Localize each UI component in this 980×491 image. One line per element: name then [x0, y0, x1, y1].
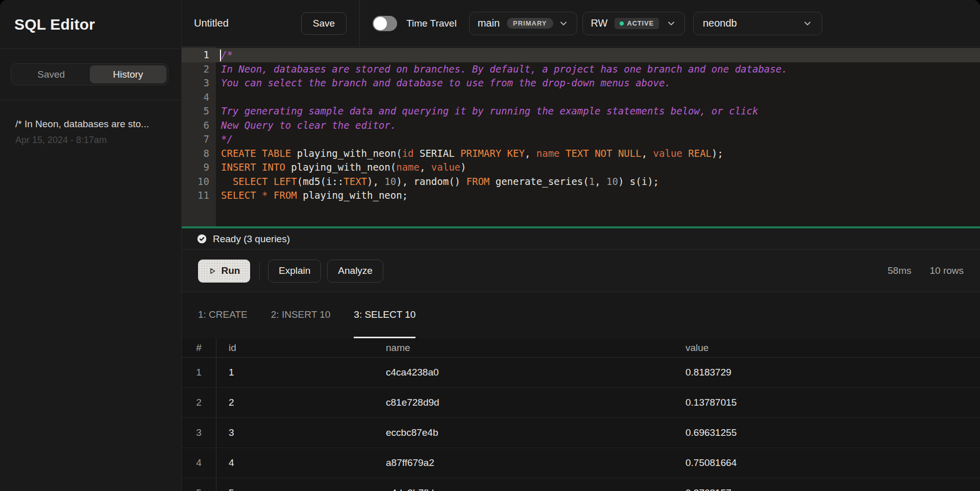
tab-result-1-create[interactable]: 1: CREATE — [198, 292, 248, 338]
code-token: INSERT INTO — [221, 161, 285, 173]
database-name: neondb — [703, 17, 737, 29]
compute-active-badge: ACTIVE — [615, 18, 658, 29]
code-token: name — [396, 161, 420, 173]
code-token: , — [595, 176, 606, 187]
line-number: 1 — [182, 48, 216, 62]
table-cell: 0.8183729 — [673, 358, 980, 387]
chevron-down-icon — [666, 18, 676, 29]
code-line-content: SELECT LEFT(md5(i::TEXT), 10), random() … — [216, 175, 659, 189]
compute-dropdown[interactable]: RW ACTIVE — [582, 12, 685, 35]
code-line[interactable]: 10 SELECT LEFT(md5(i::TEXT), 10), random… — [182, 175, 980, 189]
database-dropdown[interactable]: neondb — [693, 12, 822, 35]
column-header-id: id — [216, 338, 374, 357]
table-header-row: # id name value — [182, 338, 980, 358]
result-row-count: 10 rows — [929, 265, 964, 276]
code-token — [221, 176, 233, 187]
analyze-button[interactable]: Analyze — [327, 260, 383, 283]
code-token: Try generating sample data and querying … — [221, 105, 758, 116]
code-line[interactable]: 7*/ — [182, 132, 980, 147]
table-cell: 0.75081664 — [673, 448, 980, 478]
table-row: 11c4ca4238a00.8183729 — [182, 358, 980, 388]
code-token: value — [653, 148, 682, 159]
code-token: PRIMARY KEY — [460, 148, 525, 159]
branch-name: main — [478, 17, 500, 29]
tab-result-2-insert[interactable]: 2: INSERT 10 — [271, 292, 331, 338]
column-header-name: name — [374, 338, 673, 357]
column-header-value: value — [673, 338, 980, 357]
code-token — [682, 148, 688, 159]
code-token: New Query to clear the editor. — [221, 120, 396, 131]
code-token: You can select the branch and database t… — [221, 77, 671, 88]
code-token: (md5(i:: — [297, 176, 344, 187]
time-travel-label: Time Travel — [406, 18, 457, 29]
query-duration: 58ms — [888, 265, 911, 276]
code-token: /* — [221, 49, 233, 60]
tab-result-3-select[interactable]: 3: SELECT 10 — [354, 292, 415, 338]
actions-row: Run Explain Analyze 58ms 10 rows — [182, 250, 980, 292]
table-row: 33eccbc87e4b0.69631255 — [182, 418, 980, 448]
code-line[interactable]: 2In Neon, databases are stored on branch… — [182, 62, 980, 77]
code-token: SERIAL — [414, 148, 461, 159]
topbar-divider — [359, 0, 360, 47]
code-line-content: SELECT * FROM playing_with_neon; — [216, 189, 408, 203]
code-token — [268, 190, 274, 201]
code-token: TEXT NOT NULL — [566, 148, 642, 159]
history-list-item[interactable]: /* In Neon, databases are sto... Apr 15,… — [15, 119, 166, 146]
actions-divider — [259, 262, 260, 279]
check-circle-icon — [197, 233, 207, 244]
code-token: , — [420, 161, 431, 173]
row-index-cell: 1 — [182, 358, 216, 387]
code-editor[interactable]: 1/*2In Neon, databases are stored on bra… — [182, 47, 980, 226]
code-line[interactable]: 3You can select the branch and database … — [182, 76, 980, 90]
sql-editor-window: SQL Editor Saved History /* In Neon, dat… — [0, 0, 980, 491]
code-line[interactable]: 5Try generating sample data and querying… — [182, 104, 980, 119]
code-token: FROM — [274, 190, 297, 201]
code-token: , — [642, 148, 653, 159]
tab-saved[interactable]: Saved — [13, 65, 90, 83]
code-token: playing_with_neon( — [285, 161, 396, 173]
code-line[interactable]: 9INSERT INTO playing_with_neon(name, val… — [182, 160, 980, 175]
code-token: TEXT — [344, 176, 367, 187]
code-token: ), random() — [396, 176, 466, 187]
code-line[interactable]: 6New Query to clear the editor. — [182, 119, 980, 133]
table-cell: eccbc87e4b — [374, 418, 673, 448]
time-travel-toggle[interactable] — [373, 16, 397, 31]
tab-history[interactable]: History — [90, 65, 167, 83]
code-token: playing_with_neon; — [297, 190, 408, 201]
branch-dropdown[interactable]: main PRIMARY — [469, 12, 577, 35]
code-line-content: In Neon, databases are stored on branche… — [216, 62, 788, 77]
table-cell: 2 — [216, 388, 374, 417]
code-line-content: Try generating sample data and querying … — [216, 104, 758, 119]
code-token: FROM — [467, 176, 490, 187]
code-line-content: CREATE TABLE playing_with_neon(id SERIAL… — [216, 147, 723, 161]
code-line[interactable]: 11SELECT * FROM playing_with_neon; — [182, 189, 980, 203]
explain-button[interactable]: Explain — [268, 260, 321, 283]
code-line[interactable]: 4 — [182, 90, 980, 105]
code-line-content — [216, 90, 221, 105]
row-index-cell: 4 — [182, 448, 216, 478]
topbar: Untitled Save Time Travel main PRIMARY R… — [182, 0, 980, 47]
code-token: In Neon, databases are stored on branche… — [221, 63, 788, 75]
history-item-title: /* In Neon, databases are sto... — [15, 119, 166, 130]
code-token: 10 — [606, 176, 618, 187]
line-number: 7 — [182, 132, 216, 147]
line-number: 9 — [182, 160, 216, 175]
code-line[interactable]: 1/* — [182, 48, 980, 62]
code-token: ), — [367, 176, 384, 187]
table-cell: 1 — [216, 358, 374, 387]
line-number: 4 — [182, 90, 216, 105]
code-line[interactable]: 8CREATE TABLE playing_with_neon(id SERIA… — [182, 147, 980, 161]
chevron-down-icon — [558, 18, 569, 29]
code-token: id — [402, 148, 414, 159]
run-button[interactable]: Run — [198, 260, 250, 283]
code-token: ) — [460, 161, 466, 173]
code-line-content: New Query to clear the editor. — [216, 119, 396, 133]
table-cell: c81e728d9d — [374, 388, 673, 417]
table-cell: 0.69631255 — [673, 418, 980, 448]
line-number: 8 — [182, 147, 216, 161]
line-number: 2 — [182, 62, 216, 77]
table-cell: 0.2768157 — [673, 478, 980, 491]
compute-name: RW — [591, 17, 608, 29]
save-button[interactable]: Save — [301, 12, 347, 35]
text-cursor — [220, 50, 221, 61]
